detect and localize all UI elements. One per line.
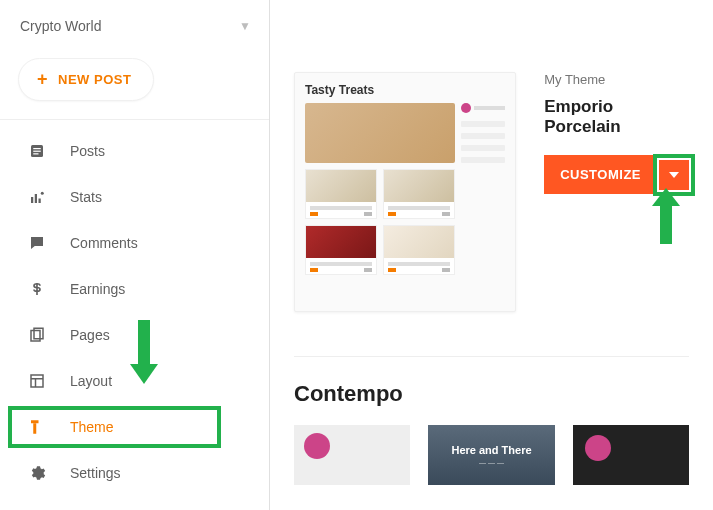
sidebar-item-label: Layout bbox=[70, 373, 112, 389]
svg-rect-1 bbox=[33, 148, 41, 149]
sidebar-item-label: Comments bbox=[70, 235, 138, 251]
theme-gallery-card[interactable]: Here and There — — — bbox=[428, 425, 555, 485]
svg-rect-3 bbox=[33, 153, 38, 154]
preview-tile bbox=[383, 169, 455, 219]
sidebar-item-comments[interactable]: Comments bbox=[0, 220, 269, 266]
theme-name: Emporio Porcelain bbox=[544, 97, 689, 137]
theme-gallery-row: Here and There — — — bbox=[294, 425, 689, 485]
theme-preview-card[interactable]: Tasty Treats bbox=[294, 72, 516, 312]
new-post-label: NEW POST bbox=[58, 72, 131, 87]
customize-dropdown-button[interactable] bbox=[659, 160, 689, 190]
svg-rect-5 bbox=[35, 194, 37, 203]
sidebar-item-settings[interactable]: Settings bbox=[0, 450, 269, 496]
sidebar-item-pages[interactable]: Pages bbox=[0, 312, 269, 358]
sidebar-item-posts[interactable]: Posts bbox=[0, 128, 269, 174]
comments-icon bbox=[26, 234, 48, 252]
new-post-button[interactable]: + NEW POST bbox=[18, 58, 154, 101]
svg-rect-14 bbox=[33, 423, 36, 434]
svg-rect-13 bbox=[31, 420, 39, 423]
sidebar: Crypto World ▼ + NEW POST Posts Stats Co… bbox=[0, 0, 270, 510]
chevron-down-icon: ▼ bbox=[239, 19, 251, 33]
preview-tile bbox=[383, 225, 455, 275]
svg-point-7 bbox=[41, 192, 44, 195]
theme-gallery-card[interactable] bbox=[294, 425, 410, 485]
gallery-section-title: Contempo bbox=[294, 381, 689, 407]
avatar bbox=[304, 433, 330, 459]
layout-icon bbox=[26, 372, 48, 390]
my-theme-label: My Theme bbox=[544, 72, 689, 87]
blog-selector[interactable]: Crypto World ▼ bbox=[0, 12, 269, 48]
preview-tile bbox=[305, 169, 377, 219]
divider bbox=[294, 356, 689, 357]
svg-rect-2 bbox=[33, 151, 41, 152]
sidebar-item-label: Stats bbox=[70, 189, 102, 205]
divider bbox=[0, 119, 269, 120]
sidebar-item-earnings[interactable]: Earnings bbox=[0, 266, 269, 312]
preview-hero bbox=[305, 103, 455, 163]
svg-rect-10 bbox=[31, 375, 43, 387]
theme-icon bbox=[26, 418, 48, 436]
preview-title: Tasty Treats bbox=[305, 83, 505, 97]
avatar bbox=[585, 435, 611, 461]
sidebar-item-label: Pages bbox=[70, 327, 110, 343]
sidebar-item-stats[interactable]: Stats bbox=[0, 174, 269, 220]
settings-icon bbox=[26, 464, 48, 482]
plus-icon: + bbox=[37, 69, 48, 90]
sidebar-item-label: Theme bbox=[70, 419, 114, 435]
main-content: Tasty Treats bbox=[270, 0, 713, 510]
posts-icon bbox=[26, 142, 48, 160]
svg-rect-6 bbox=[39, 199, 41, 204]
preview-tile bbox=[305, 225, 377, 275]
sidebar-item-layout[interactable]: Layout bbox=[0, 358, 269, 404]
stats-icon bbox=[26, 188, 48, 206]
theme-info: My Theme Emporio Porcelain CUSTOMIZE bbox=[544, 72, 689, 194]
gallery-card-title: Here and There bbox=[451, 444, 531, 456]
sidebar-item-label: Posts bbox=[70, 143, 105, 159]
pages-icon bbox=[26, 326, 48, 344]
sidebar-item-label: Earnings bbox=[70, 281, 125, 297]
gallery-card-subtitle: — — — bbox=[479, 459, 504, 466]
svg-rect-4 bbox=[31, 197, 33, 203]
earnings-icon bbox=[26, 280, 48, 298]
theme-gallery-card[interactable] bbox=[573, 425, 689, 485]
sidebar-item-theme[interactable]: Theme bbox=[0, 404, 269, 450]
blog-name: Crypto World bbox=[20, 18, 101, 34]
caret-down-icon bbox=[669, 172, 679, 178]
customize-button[interactable]: CUSTOMIZE bbox=[544, 155, 657, 194]
sidebar-item-label: Settings bbox=[70, 465, 121, 481]
preview-sidebar bbox=[461, 103, 505, 275]
